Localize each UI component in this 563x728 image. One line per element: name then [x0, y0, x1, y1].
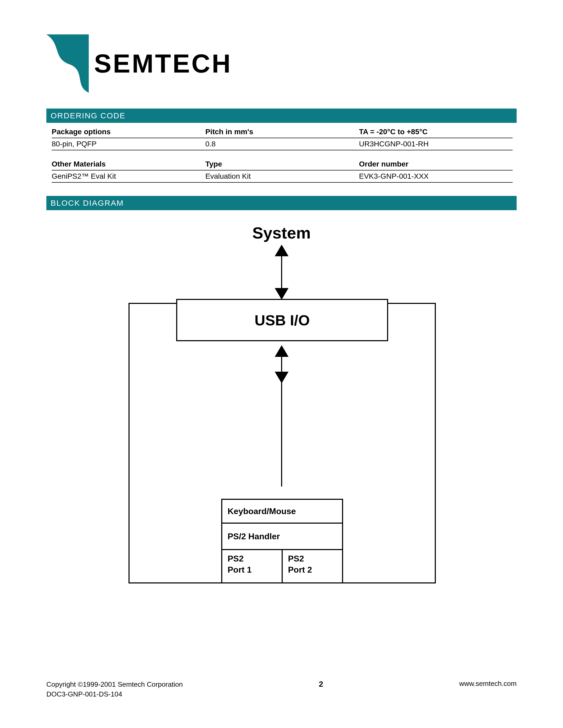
th-pitch: Pitch in mm's	[205, 127, 359, 137]
section-ordering-code: ORDERING CODE	[46, 109, 517, 123]
td-order: UR3HCGNP-001-RH	[359, 139, 513, 149]
section-block-diagram: BLOCK DIAGRAM	[46, 196, 517, 210]
arrow-up-icon	[275, 345, 289, 357]
port1-line2: Port 1	[227, 565, 252, 574]
th-order-number: Order number	[359, 159, 513, 169]
th-other-materials: Other Materials	[52, 159, 205, 169]
arrow-up-icon	[275, 245, 289, 256]
footer: Copyright ©1999-2001 Semtech Corporation…	[46, 680, 517, 699]
arrow-line	[281, 256, 282, 288]
footer-docid: DOC3-GNP-001-DS-104	[46, 689, 183, 699]
footer-url: www.semtech.com	[459, 680, 517, 688]
ps2-port-1: PS2 Port 1	[222, 550, 283, 582]
semtech-logo-icon	[46, 34, 89, 93]
page-number: 2	[319, 680, 323, 689]
th-ta: TA = -20°C to +85°C	[359, 127, 513, 137]
ordering-code-table: Package options Pitch in mm's TA = -20°C…	[52, 126, 513, 183]
th-type: Type	[205, 159, 359, 169]
footer-copyright: Copyright ©1999-2001 Semtech Corporation	[46, 680, 183, 689]
port1-line1: PS2	[227, 554, 243, 563]
td-package: 80-pin, PQFP	[52, 139, 205, 149]
port2-line2: Port 2	[288, 565, 312, 574]
kbm-mid-label: PS/2 Handler	[222, 524, 342, 550]
td-ordernum: EVK3-GNP-001-XXX	[359, 172, 513, 181]
arrow-down-icon	[275, 288, 289, 300]
header-logo-row: SEMTECH	[46, 34, 517, 93]
kbm-box: Keyboard/Mouse PS/2 Handler PS2 Port 1 P…	[221, 499, 343, 583]
port2-line1: PS2	[288, 554, 304, 563]
td-type: Evaluation Kit	[205, 172, 359, 181]
block-diagram: System USB I/O Keyboard/Mouse PS/2 Handl…	[46, 221, 517, 591]
kbm-top-label: Keyboard/Mouse	[222, 500, 342, 524]
arrow-down-icon	[275, 372, 289, 383]
ps2-port-2: PS2 Port 2	[283, 550, 342, 582]
usb-io-box: USB I/O	[176, 299, 388, 341]
td-other: GeniPS2™ Eval Kit	[52, 172, 205, 181]
system-label: System	[46, 223, 517, 242]
th-package-options: Package options	[52, 127, 205, 137]
td-pitch: 0.8	[205, 139, 359, 149]
brand-name: SEMTECH	[94, 49, 232, 79]
